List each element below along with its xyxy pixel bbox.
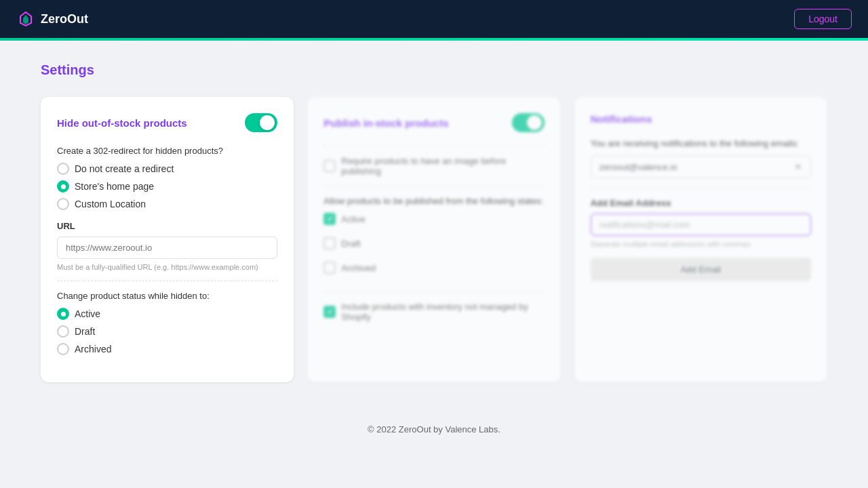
redirect-section-label: Create a 302-redirect for hidden product… — [57, 146, 277, 156]
card-publish-in-stock: Publish in-stock products Require produc… — [307, 97, 560, 382]
radio-label-custom-location: Custom Location — [75, 199, 146, 209]
card-hide-out-of-stock: Hide out-of-stock products Create a 302-… — [41, 97, 294, 382]
status-section-label: Change product status while hidden to: — [57, 291, 277, 301]
card1-title: Hide out-of-stock products — [57, 117, 187, 129]
radio-circle-archived — [57, 343, 69, 355]
require-image-checkbox — [323, 160, 336, 172]
radio-no-redirect[interactable]: Do not create a redirect — [57, 163, 277, 175]
radio-label-archived: Archived — [75, 344, 111, 354]
card2-draft-label: Draft — [341, 239, 360, 249]
card1-divider — [57, 281, 277, 281]
card-notifications: Notifications You are receiving notifica… — [574, 97, 827, 382]
redirect-options-group: Do not create a redirect Store's home pa… — [57, 163, 277, 210]
card2-header: Publish in-stock products — [323, 113, 544, 132]
email-placeholder: notifications@mail.com — [599, 220, 690, 230]
page-title: Settings — [41, 62, 827, 78]
card2-state-draft: Draft — [323, 237, 544, 249]
logout-button[interactable]: Logout — [794, 9, 852, 29]
radio-circle-active — [57, 308, 69, 320]
radio-circle-custom-location — [57, 198, 69, 210]
radio-archived[interactable]: Archived — [57, 343, 277, 355]
navbar: ZeroOut Logout — [0, 0, 868, 38]
existing-email-row: zeroout@valence.io ✕ — [591, 155, 811, 178]
add-email-button[interactable]: Add Email — [591, 258, 811, 281]
zeroout-logo-icon — [16, 9, 35, 28]
footer: © 2022 ZeroOut by Valence Labs. — [0, 404, 868, 455]
radio-label-no-redirect: Do not create a redirect — [75, 163, 174, 174]
url-label: URL — [57, 221, 277, 231]
toggle-track-2 — [512, 113, 545, 132]
include-unmanaged-checkbox — [323, 306, 336, 318]
card3-title: Notifications — [591, 113, 652, 125]
radio-home-page[interactable]: Store's home page — [57, 180, 277, 192]
receiving-label: You are receiving notifications to the f… — [591, 138, 811, 148]
card1-toggle[interactable] — [245, 113, 277, 132]
card2-active-label: Active — [341, 214, 365, 224]
radio-label-draft: Draft — [75, 326, 95, 337]
card2-divider-mid — [323, 186, 544, 186]
app-name: ZeroOut — [41, 12, 88, 26]
footer-text: © 2022 ZeroOut by Valence Labs. — [368, 424, 500, 434]
card2-draft-checkbox — [323, 237, 336, 249]
radio-active[interactable]: Active — [57, 308, 277, 320]
card2-archived-label: Archived — [341, 263, 376, 273]
radio-label-active: Active — [75, 308, 100, 319]
require-image-label: Require products to have an image before… — [341, 156, 544, 176]
radio-circle-home-page — [57, 180, 69, 192]
card2-archived-checkbox — [323, 262, 336, 274]
require-image-row: Require products to have an image before… — [323, 156, 544, 176]
card2-divider-top — [323, 146, 544, 146]
status-options-group: Active Draft Archived — [57, 308, 277, 355]
toggle-thumb-2 — [527, 115, 542, 130]
allow-states-label: Allow products to be published from the … — [323, 196, 544, 206]
cards-grid: Hide out-of-stock products Create a 302-… — [41, 97, 827, 382]
radio-label-home-page: Store's home page — [75, 181, 154, 192]
toggle-thumb — [260, 115, 275, 130]
radio-draft[interactable]: Draft — [57, 325, 277, 338]
card2-state-active: Active — [323, 213, 544, 225]
email-input-area[interactable]: notifications@mail.com — [591, 214, 811, 236]
require-image-section: Require products to have an image before… — [323, 156, 544, 176]
existing-email: zeroout@valence.io — [599, 162, 677, 172]
url-hint: Must be a fully-qualified URL (e.g. http… — [57, 263, 277, 271]
card1-header: Hide out-of-stock products — [57, 113, 277, 132]
remove-email-button[interactable]: ✕ — [794, 161, 802, 172]
card3-header: Notifications — [591, 113, 811, 125]
email-hint: Separate multiple email addresses with c… — [591, 240, 811, 248]
card2-states-group: Active Draft Archived — [323, 213, 544, 281]
include-unmanaged-label: Include products with inventory not mana… — [341, 302, 544, 322]
radio-circle-no-redirect — [57, 163, 69, 175]
radio-circle-draft — [57, 325, 69, 338]
card2-active-checkbox — [323, 213, 336, 225]
card3-divider — [591, 188, 811, 188]
card2-toggle[interactable] — [512, 113, 545, 132]
radio-custom-location[interactable]: Custom Location — [57, 198, 277, 210]
card2-title: Publish in-stock products — [323, 117, 448, 129]
toggle-track — [245, 113, 277, 132]
logo: ZeroOut — [16, 9, 88, 28]
url-input[interactable] — [57, 237, 277, 259]
card2-state-archived: Archived — [323, 262, 544, 274]
include-unmanaged-row: Include products with inventory not mana… — [323, 302, 544, 322]
add-email-label: Add Email Address — [591, 198, 811, 208]
page-content: Settings Hide out-of-stock products Crea… — [0, 41, 868, 404]
card2-divider-bot — [323, 291, 544, 292]
